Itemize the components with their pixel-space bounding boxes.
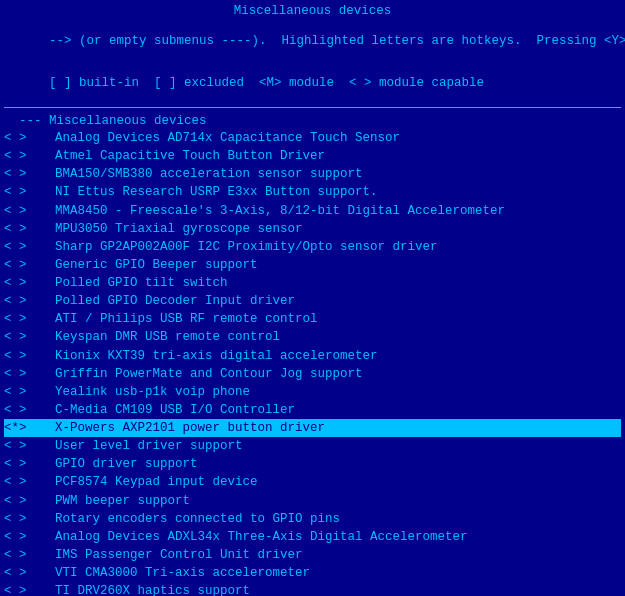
list-item[interactable]: < > Rotary encoders connected to GPIO pi…: [4, 510, 621, 528]
item-label: Generic GPIO Beeper support: [40, 256, 258, 274]
item-prefix: < >: [4, 129, 40, 147]
list-item[interactable]: < > BMA150/SMB380 acceleration sensor su…: [4, 165, 621, 183]
list-item[interactable]: < > Kionix KXT39 tri-axis digital accele…: [4, 347, 621, 365]
item-label: Polled GPIO Decoder Input driver: [40, 292, 295, 310]
item-prefix: < >: [4, 165, 40, 183]
item-prefix: < >: [4, 473, 40, 491]
item-label: Rotary encoders connected to GPIO pins: [40, 510, 340, 528]
item-prefix: < >: [4, 455, 40, 473]
item-label: Atmel Capacitive Touch Button Driver: [40, 147, 325, 165]
item-prefix: < >: [4, 365, 40, 383]
list-item[interactable]: < > C-Media CM109 USB I/O Controller: [4, 401, 621, 419]
list-item[interactable]: < > Atmel Capacitive Touch Button Driver: [4, 147, 621, 165]
item-prefix: < >: [4, 401, 40, 419]
list-item[interactable]: < > Polled GPIO tilt switch: [4, 274, 621, 292]
item-prefix: < >: [4, 328, 40, 346]
item-label: Keyspan DMR USB remote control: [40, 328, 280, 346]
info-line: --> (or empty submenus ----). Highlighte…: [4, 20, 621, 62]
list-item[interactable]: < > Generic GPIO Beeper support: [4, 256, 621, 274]
list-item[interactable]: < > MMA8450 - Freescale's 3-Axis, 8/12-b…: [4, 202, 621, 220]
info-text: --> (or empty submenus ----). Highlighte…: [34, 34, 625, 48]
main-screen: Miscellaneous devices --> (or empty subm…: [0, 0, 625, 596]
item-prefix: < >: [4, 183, 40, 201]
list-item[interactable]: < > ATI / Philips USB RF remote control: [4, 310, 621, 328]
item-label: Polled GPIO tilt switch: [40, 274, 228, 292]
item-label: PWM beeper support: [40, 492, 190, 510]
item-label: User level driver support: [40, 437, 243, 455]
list-item[interactable]: < > PCF8574 Keypad input device: [4, 473, 621, 491]
list-item[interactable]: < > Keyspan DMR USB remote control: [4, 328, 621, 346]
item-label: C-Media CM109 USB I/O Controller: [40, 401, 295, 419]
item-label: X-Powers AXP2101 power button driver: [40, 419, 325, 437]
list-item[interactable]: < > VTI CMA3000 Tri-axis accelerometer: [4, 564, 621, 582]
list-item[interactable]: <*> X-Powers AXP2101 power button driver: [4, 419, 621, 437]
list-item[interactable]: < > GPIO driver support: [4, 455, 621, 473]
item-prefix: < >: [4, 256, 40, 274]
item-label: MPU3050 Triaxial gyroscope sensor: [40, 220, 303, 238]
item-prefix: < >: [4, 528, 40, 546]
content-area: --- Miscellaneous devices < > Analog Dev…: [4, 111, 621, 596]
item-label: GPIO driver support: [40, 455, 198, 473]
item-prefix: < >: [4, 202, 40, 220]
item-prefix: < >: [4, 437, 40, 455]
item-prefix: < >: [4, 238, 40, 256]
divider-top: [4, 107, 621, 108]
title-text: Miscellaneous devices: [234, 4, 392, 18]
item-prefix: < >: [4, 310, 40, 328]
item-label: Sharp GP2AP002A00F I2C Proximity/Opto se…: [40, 238, 438, 256]
item-label: Kionix KXT39 tri-axis digital accelerome…: [40, 347, 378, 365]
item-prefix: < >: [4, 274, 40, 292]
item-label: IMS Passenger Control Unit driver: [40, 546, 303, 564]
item-label: TI DRV260X haptics support: [40, 582, 250, 596]
item-prefix: < >: [4, 292, 40, 310]
item-prefix: < >: [4, 147, 40, 165]
item-prefix: < >: [4, 492, 40, 510]
item-prefix: < >: [4, 347, 40, 365]
legend-line: [ ] built-in [ ] excluded <M> module < >…: [4, 62, 621, 104]
item-prefix: < >: [4, 546, 40, 564]
item-label: Analog Devices ADXL34x Three-Axis Digita…: [40, 528, 468, 546]
list-item[interactable]: < > Analog Devices ADXL34x Three-Axis Di…: [4, 528, 621, 546]
item-label: PCF8574 Keypad input device: [40, 473, 258, 491]
list-item[interactable]: < > NI Ettus Research USRP E3xx Button s…: [4, 183, 621, 201]
item-label: BMA150/SMB380 acceleration sensor suppor…: [40, 165, 363, 183]
list-item[interactable]: < > Yealink usb-p1k voip phone: [4, 383, 621, 401]
item-label: MMA8450 - Freescale's 3-Axis, 8/12-bit D…: [40, 202, 505, 220]
list-item[interactable]: < > Griffin PowerMate and Contour Jog su…: [4, 365, 621, 383]
item-prefix: < >: [4, 582, 40, 596]
item-prefix: < >: [4, 220, 40, 238]
item-label: ATI / Philips USB RF remote control: [40, 310, 318, 328]
item-prefix: <*>: [4, 419, 40, 437]
item-prefix: < >: [4, 510, 40, 528]
item-label: Griffin PowerMate and Contour Jog suppor…: [40, 365, 363, 383]
list-item[interactable]: < > Analog Devices AD714x Capacitance To…: [4, 129, 621, 147]
item-label: VTI CMA3000 Tri-axis accelerometer: [40, 564, 310, 582]
item-prefix: < >: [4, 383, 40, 401]
list-item[interactable]: < > MPU3050 Triaxial gyroscope sensor: [4, 220, 621, 238]
list-item[interactable]: < > PWM beeper support: [4, 492, 621, 510]
list-item[interactable]: < > TI DRV260X haptics support: [4, 582, 621, 596]
list-item[interactable]: < > Polled GPIO Decoder Input driver: [4, 292, 621, 310]
list-item[interactable]: < > Sharp GP2AP002A00F I2C Proximity/Opt…: [4, 238, 621, 256]
menu-list: < > Analog Devices AD714x Capacitance To…: [4, 129, 621, 596]
list-item[interactable]: < > User level driver support: [4, 437, 621, 455]
legend-text: [ ] built-in [ ] excluded <M> module < >…: [34, 76, 484, 90]
list-item[interactable]: < > IMS Passenger Control Unit driver: [4, 546, 621, 564]
section-header: --- Miscellaneous devices: [4, 113, 621, 129]
item-prefix: < >: [4, 564, 40, 582]
item-label: Analog Devices AD714x Capacitance Touch …: [40, 129, 400, 147]
title-bar: Miscellaneous devices: [4, 2, 621, 20]
item-label: NI Ettus Research USRP E3xx Button suppo…: [40, 183, 378, 201]
item-label: Yealink usb-p1k voip phone: [40, 383, 250, 401]
